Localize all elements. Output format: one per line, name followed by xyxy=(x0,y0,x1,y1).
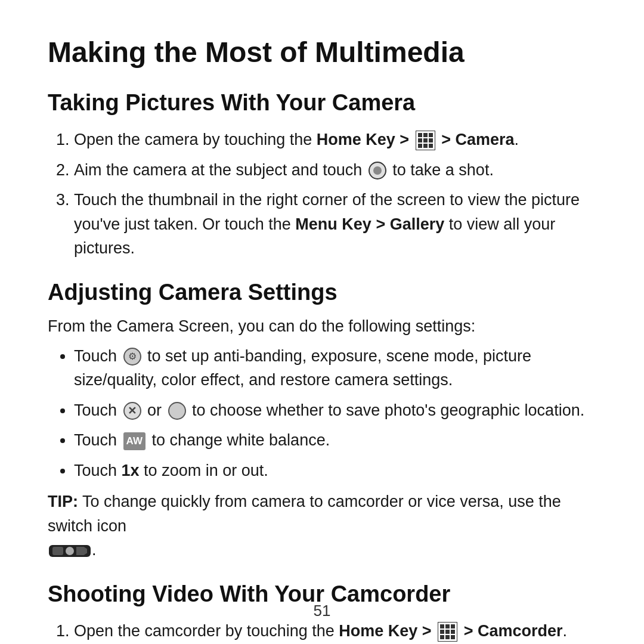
tip-text: To change quickly from camera to camcord… xyxy=(48,493,561,535)
menu-key-gallery-label: Menu Key > Gallery xyxy=(295,215,444,233)
adjusting-settings-title: Adjusting Camera Settings xyxy=(48,280,596,305)
geo-on-icon xyxy=(168,402,186,420)
page-number: 51 xyxy=(314,602,331,620)
adjusting-settings-intro: From the Camera Screen, you can do the f… xyxy=(48,317,596,336)
shutter-icon xyxy=(369,162,386,179)
home-key-label-v: Home Key > xyxy=(339,622,431,640)
wb-icon: AW xyxy=(123,432,145,450)
page-title: Making the Most of Multimedia xyxy=(48,36,596,69)
taking-step-3: Touch the thumbnail in the right corner … xyxy=(74,188,596,261)
geo-off-icon: ✕ xyxy=(123,402,141,420)
switch-icon xyxy=(49,545,91,557)
settings-icon xyxy=(123,348,141,366)
section-adjusting-settings: Adjusting Camera Settings From the Camer… xyxy=(48,280,596,562)
section-taking-pictures: Taking Pictures With Your Camera Open th… xyxy=(48,90,596,261)
bullet-3: Touch AW to change white balance. xyxy=(74,428,596,453)
tip-block: TIP: To change quickly from camera to ca… xyxy=(48,490,596,562)
taking-pictures-title: Taking Pictures With Your Camera xyxy=(48,90,596,116)
taking-step-1: Open the camera by touching the Home Key… xyxy=(74,128,596,152)
camcorder-label: > Camcorder xyxy=(464,622,563,640)
grid-icon-v xyxy=(438,622,457,642)
bullet-2: Touch ✕ or to choose whether to save pho… xyxy=(74,398,596,423)
bullet-4: Touch 1x to zoom in or out. xyxy=(74,459,596,483)
adjusting-settings-bullets: Touch to set up anti-banding, exposure, … xyxy=(48,344,596,483)
zoom-1x-label: 1x xyxy=(122,462,140,479)
taking-step-2: Aim the camera at the subject and touch … xyxy=(74,158,596,182)
camera-label: > Camera xyxy=(441,131,514,148)
bullet-1: Touch to set up anti-banding, exposure, … xyxy=(74,344,596,392)
grid-icon xyxy=(416,131,435,150)
taking-pictures-steps: Open the camera by touching the Home Key… xyxy=(48,128,596,261)
shooting-video-steps: Open the camcorder by touching the Home … xyxy=(48,619,596,645)
home-key-label: Home Key > xyxy=(317,131,409,148)
page: Making the Most of Multimedia Taking Pic… xyxy=(0,0,644,644)
video-step-1: Open the camcorder by touching the Home … xyxy=(74,619,596,643)
tip-label: TIP: xyxy=(48,493,78,510)
